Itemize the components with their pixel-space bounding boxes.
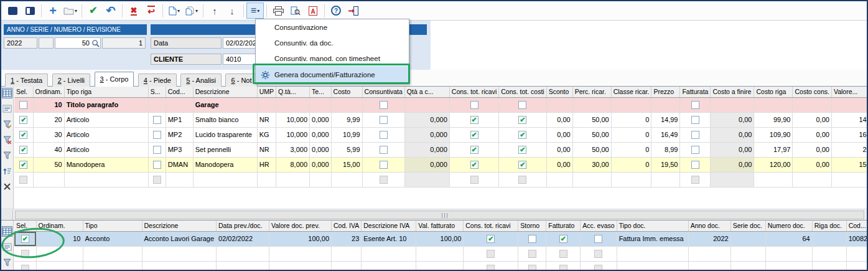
grid-cell[interactable] (449, 112, 498, 127)
grid-cell[interactable]: 17,97 (754, 142, 793, 157)
menu-item-consuntivazione[interactable]: Consuntivazione (256, 19, 409, 35)
grid-cell[interactable]: Titolo paragrafo (64, 97, 148, 112)
grid-cell[interactable] (331, 172, 362, 187)
row-checkbox[interactable] (19, 161, 27, 169)
row-checkbox[interactable] (19, 146, 27, 154)
grid-cell[interactable] (331, 97, 362, 112)
view-panel-button[interactable] (4, 2, 21, 19)
grid-cell[interactable]: 50,00 (572, 127, 611, 142)
exit-button[interactable] (345, 2, 362, 19)
filter-icon[interactable] (2, 151, 12, 160)
grid-cell[interactable]: 9,99 (331, 112, 362, 127)
column-header[interactable]: S... (148, 87, 166, 97)
grid-cell[interactable] (499, 172, 546, 187)
grid-cell[interactable] (449, 172, 498, 187)
grid-cell[interactable]: 50,00 (572, 142, 611, 157)
row-checkbox[interactable] (153, 116, 161, 124)
anno-field[interactable]: 2022 (4, 37, 37, 49)
grid-cell[interactable] (464, 246, 518, 261)
grid-cell[interactable]: 0,000 (404, 112, 449, 127)
grid-cell[interactable] (812, 261, 846, 270)
grid-cell[interactable]: Lucido trasparente (193, 127, 257, 142)
tab-analisi[interactable]: 5 - Analisi (180, 74, 222, 87)
numero-field[interactable]: 50 (55, 37, 101, 49)
column-header[interactable]: UMP (257, 87, 276, 97)
row-checkbox[interactable] (594, 235, 602, 243)
grid-cell[interactable] (711, 172, 754, 187)
grid-cell[interactable] (765, 261, 812, 270)
grid-cell[interactable] (449, 127, 498, 142)
grid-cell[interactable]: 0,00 (793, 127, 831, 142)
grid-cell[interactable] (217, 246, 269, 261)
column-header[interactable]: Data prev./doc. (217, 221, 269, 231)
restore-button[interactable] (142, 2, 160, 19)
row-checkbox[interactable] (380, 161, 388, 169)
grid-cell[interactable] (688, 261, 730, 270)
grid-cell[interactable] (581, 246, 617, 261)
column-header[interactable]: Ordinam. (33, 87, 64, 97)
grid-cell[interactable] (148, 172, 166, 187)
column-header[interactable]: Storno (518, 221, 546, 231)
column-header[interactable]: Costo riga (754, 87, 793, 97)
grid-cell[interactable]: 164,9 (831, 127, 867, 142)
grid-cell[interactable] (83, 261, 142, 270)
row-checkbox[interactable] (19, 101, 27, 109)
grid-cell[interactable] (499, 127, 546, 142)
clear-filter-icon[interactable] (2, 182, 12, 191)
sort-ascending-icon[interactable] (2, 166, 12, 176)
grid-cell[interactable] (449, 97, 498, 112)
grid-cell[interactable]: 2022 (688, 231, 730, 246)
row-checkbox[interactable] (153, 176, 161, 184)
column-header[interactable]: Tipo doc. (617, 221, 688, 231)
column-header[interactable]: Cod. IVA (332, 221, 362, 231)
column-header[interactable]: Classe ricar. (611, 87, 651, 97)
grid-cell[interactable] (793, 172, 831, 187)
row-checkbox[interactable] (518, 101, 526, 109)
column-header[interactable]: Te... (310, 87, 332, 97)
grid-cell[interactable]: 10082 (846, 231, 867, 246)
column-header[interactable]: Numero doc. (765, 221, 812, 231)
grid-cell[interactable]: 0,000 (310, 127, 332, 142)
grid-cell[interactable] (846, 261, 867, 270)
grid-cell[interactable] (680, 157, 711, 172)
column-header[interactable]: Acc. evaso (581, 221, 617, 231)
grid-cell[interactable] (269, 246, 332, 261)
export-pdf-button[interactable]: A (304, 2, 322, 19)
grid-cell[interactable] (14, 97, 33, 112)
grid-cell[interactable] (148, 97, 166, 112)
row-checkbox[interactable] (470, 101, 478, 109)
grid-cell[interactable]: 0,00 (546, 112, 572, 127)
grid-cell[interactable]: Manodopera (193, 157, 257, 172)
row-checkbox[interactable] (380, 146, 388, 154)
copy-document-button[interactable] (183, 2, 200, 19)
grid-cell[interactable]: 16,49 (651, 127, 680, 142)
grid-cell[interactable]: 0,00 (711, 112, 754, 127)
grid-cell[interactable]: 0 (611, 127, 651, 142)
grid-cell[interactable] (14, 127, 33, 142)
filter-edit-icon[interactable] (2, 135, 12, 145)
row-checkbox[interactable] (487, 250, 495, 258)
column-header[interactable]: Costo cons. (793, 87, 831, 97)
actions-menu-button[interactable] (246, 2, 264, 19)
grid-cell[interactable] (148, 142, 166, 157)
grid-cell[interactable] (546, 246, 581, 261)
grid-cell[interactable]: 0,000 (310, 112, 332, 127)
horizontal-scrollbar[interactable] (1, 209, 867, 220)
grid-cell[interactable] (64, 172, 148, 187)
new-document-button[interactable] (166, 2, 183, 19)
row-checkbox[interactable] (153, 131, 161, 139)
grid-cell[interactable]: 0,00 (546, 127, 572, 142)
row-checkbox[interactable] (380, 176, 388, 184)
grid-cell[interactable]: 30,00 (572, 157, 611, 172)
grid-cell[interactable] (464, 231, 518, 246)
print-button[interactable] (269, 2, 287, 19)
grid-cell[interactable] (546, 261, 581, 270)
grid-cell[interactable]: 02/02/2022 (217, 231, 269, 246)
column-header[interactable]: Costo a finire (711, 87, 754, 97)
grid-cell[interactable]: MP3 (166, 142, 193, 157)
grid-cell[interactable] (36, 261, 83, 270)
grid-cell[interactable]: 8,000 (276, 157, 310, 172)
grid-cell[interactable]: Fattura Imm. emessa (617, 231, 688, 246)
grid-cell[interactable]: 10,99 (331, 127, 362, 142)
grid-cell[interactable] (546, 172, 572, 187)
